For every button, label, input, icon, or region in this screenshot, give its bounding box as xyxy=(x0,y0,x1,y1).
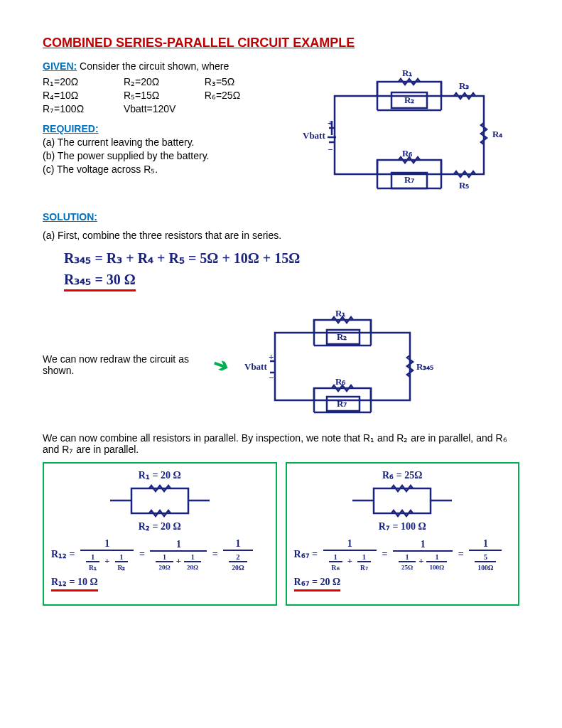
r1-label: R₁ xyxy=(402,68,412,78)
vbatt-label: Vbatt xyxy=(303,130,325,141)
box1-circuit xyxy=(103,481,217,520)
svg-text:−: − xyxy=(328,144,333,155)
r1-label-2: R₁ xyxy=(335,308,345,318)
r4-label: R₄ xyxy=(492,129,503,139)
vbatt-label-2: Vbatt xyxy=(244,361,267,372)
req-b: (b) The power supplied by the battery. xyxy=(43,150,285,161)
box1-bot: R₂ = 20 Ω xyxy=(51,520,269,532)
r5-value: R₅=15Ω xyxy=(124,90,202,101)
r7-label: R₇ xyxy=(404,174,414,185)
given-label: GIVEN: xyxy=(43,60,77,72)
box1-top: R₁ = 20 Ω xyxy=(51,469,269,481)
r4-value: R₄=10Ω xyxy=(43,90,121,101)
required-label: REQUIRED: xyxy=(43,123,285,134)
page-title: COMBINED SERIES-PARALLEL CIRCUIT EXAMPLE xyxy=(43,36,519,50)
solution-label: SOLUTION: xyxy=(43,211,519,223)
given-values: R₁=20Ω R₂=20Ω R₃=5Ω R₄=10Ω R₅=15Ω R₆=25Ω… xyxy=(43,76,285,114)
required-list: (a) The current leaving the battery. (b)… xyxy=(43,136,285,175)
r345-label: R₃₄₅ xyxy=(416,361,433,372)
arrow-icon: ➔ xyxy=(210,352,232,378)
eq-r345-result: R₃₄₅ = 30 Ω xyxy=(64,271,136,291)
parallel-box-r12: R₁ = 20 Ω R₂ = 20 Ω R₁₂ = 11R₁ + 1R₂ = 1… xyxy=(43,462,277,606)
vbatt-value: Vbatt=120V xyxy=(124,103,202,114)
circuit-diagram-2: Vbatt +− R₁ R₂ R₃₄₅ R₆ R₇ xyxy=(243,304,449,425)
box2-bot: R₇ = 100 Ω xyxy=(294,520,512,532)
eq-r345-line1: R₃₄₅ = R₃ + R₄ + R₅ = 5Ω + 10Ω + 15Ω xyxy=(64,250,519,267)
given-text: Consider the circuit shown, where xyxy=(77,60,229,72)
svg-text:−: − xyxy=(269,373,274,383)
req-c: (c) The voltage across R₅. xyxy=(43,164,285,175)
circuit-diagram-1: Vbatt + − R₁ R₂ R₃ R₄ R₅ R₆ R₇ xyxy=(299,60,519,203)
svg-text:+: + xyxy=(328,117,333,128)
box2-top: R₆ = 25Ω xyxy=(294,469,512,481)
r6-value: R₆=25Ω xyxy=(205,90,283,101)
r7-value: R₇=100Ω xyxy=(43,103,121,114)
r3-value: R₃=5Ω xyxy=(205,76,283,87)
box1-result: R₁₂ = 10 Ω xyxy=(51,576,98,592)
r3-label: R₃ xyxy=(459,80,469,91)
r2-label-2: R₂ xyxy=(337,331,347,342)
parallel-text: We can now combine all resistors in para… xyxy=(43,432,519,455)
given-section: GIVEN: Consider the circuit shown, where xyxy=(43,60,285,72)
parallel-box-r67: R₆ = 25Ω R₇ = 100 Ω R₆₇ = 11R₆ + 1R₇ = 1… xyxy=(286,462,520,606)
box1-equation: R₁₂ = 11R₁ + 1R₂ = 1120Ω+120Ω = 1220Ω xyxy=(51,538,269,572)
r1-value: R₁=20Ω xyxy=(43,76,121,87)
r6-label-2: R₆ xyxy=(335,376,346,387)
box2-circuit xyxy=(345,481,459,520)
step-a-intro: (a) First, combine the three resistors t… xyxy=(43,230,519,241)
box2-result: R₆₇ = 20 Ω xyxy=(294,576,341,592)
redraw-text: We can now redraw the circuit as shown. xyxy=(43,353,199,376)
r6-label: R₆ xyxy=(402,148,413,159)
r2-value: R₂=20Ω xyxy=(124,76,202,87)
box2-equation: R₆₇ = 11R₆ + 1R₇ = 1125Ω+1100Ω = 15100Ω xyxy=(294,538,512,572)
req-a: (a) The current leaving the battery. xyxy=(43,136,285,148)
r5-label: R₅ xyxy=(459,180,469,191)
r7-label-2: R₇ xyxy=(337,398,347,409)
r2-label: R₂ xyxy=(404,95,414,105)
